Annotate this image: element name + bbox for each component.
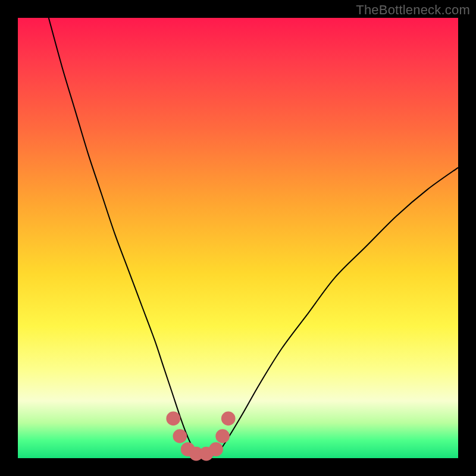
valley-marker	[221, 412, 236, 426]
plot-area	[18, 18, 458, 458]
chart-svg	[18, 18, 458, 458]
bottleneck-curve	[49, 18, 458, 457]
valley-marker	[173, 429, 187, 443]
valley-marker	[166, 412, 180, 426]
valley-marker	[209, 442, 223, 456]
chart-frame: TheBottleneck.com	[0, 0, 476, 476]
valley-marker	[215, 429, 230, 443]
valley-markers	[166, 412, 235, 461]
watermark-text: TheBottleneck.com	[356, 2, 470, 18]
